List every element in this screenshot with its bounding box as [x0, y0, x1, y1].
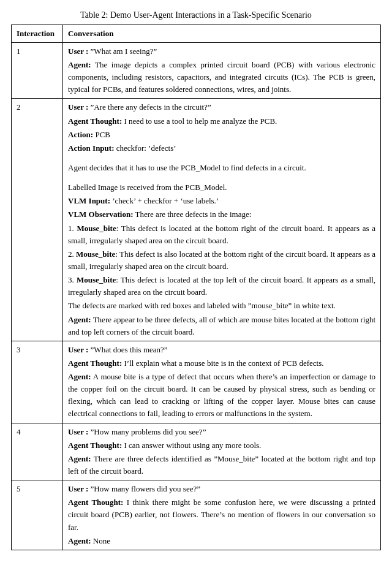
action-input-text: checkfor: ’defects’ — [115, 143, 176, 153]
interaction-number: 4 — [12, 423, 63, 480]
action-line: Action: PCB — [68, 129, 375, 141]
agent-line: Agent: There are three defects identifie… — [68, 453, 375, 477]
narrative-line: Agent decides that it has to use the PCB… — [68, 162, 375, 174]
agent-thought-text: I’ll explain what a mouse bite is in the… — [122, 358, 323, 368]
agent-label: Agent: — [68, 536, 91, 545]
vlm-obs-label: VLM Observation: — [68, 210, 134, 219]
vlm-obs-line: VLM Observation: There are three defects… — [68, 208, 375, 221]
interaction-number: 2 — [12, 99, 63, 341]
defect-name: Mouse_bite — [77, 224, 116, 233]
agent-label: Agent: — [68, 60, 91, 69]
conversation-cell: User : ”Are there any defects in the cir… — [63, 99, 381, 341]
user-line: User : ”What am I seeing?” — [68, 45, 375, 58]
user-label: User : — [68, 102, 88, 112]
header-conversation: Conversation — [63, 25, 381, 42]
interaction-number: 3 — [12, 341, 63, 423]
agent-thought-line: Agent Thought: I can answer without usin… — [68, 439, 375, 452]
agent-thought-label: Agent Thought: — [68, 441, 122, 450]
user-text: ”Are there any defects in the circuit?” — [88, 102, 211, 112]
action-label: Action: — [68, 130, 93, 139]
action-input-label: Action Input: — [68, 143, 115, 153]
user-text: ”What am I seeing?” — [88, 47, 157, 56]
header-interaction: Interaction — [12, 25, 63, 42]
conversation-cell: User : ”What does this mean?” Agent Thou… — [63, 341, 381, 423]
agent-label: Agent: — [68, 372, 91, 381]
agent-thought-line: Agent Thought: I think there might be so… — [68, 496, 375, 533]
table-row: 4 User : ”How many problems did you see?… — [12, 423, 381, 480]
user-text: ”How many flowers did you see?” — [88, 484, 200, 493]
vlm-input-line: VLM Input: ’check’ + checkfor + ‘use lab… — [68, 195, 375, 207]
agent-thought-label: Agent Thought: — [68, 358, 122, 368]
agent-text: None — [91, 536, 110, 545]
agent-thought-label: Agent Thought: — [68, 498, 123, 507]
table-caption: Table 2: Demo User-Agent Interactions in… — [11, 9, 381, 22]
agent-thought-line: Agent Thought: I’ll explain what a mouse… — [68, 357, 375, 370]
agent-thought-label: Agent Thought: — [68, 116, 122, 126]
interaction-number: 1 — [12, 42, 63, 99]
defect-tail: The defects are marked with red boxes an… — [68, 300, 375, 312]
user-line: User : ”How many problems did you see?” — [68, 426, 375, 438]
user-label: User : — [68, 484, 88, 493]
defect-name: Mouse_bite — [77, 275, 116, 284]
user-label: User : — [68, 427, 88, 436]
agent-text: A mouse bite is a type of defect that oc… — [68, 372, 375, 418]
conversation-cell: User : ”How many flowers did you see?” A… — [63, 480, 381, 550]
defect-prefix: 2. — [68, 249, 76, 259]
agent-label: Agent: — [68, 315, 91, 324]
user-line: User : ”Are there any defects in the cir… — [68, 101, 375, 113]
vlm-input-text: ’check’ + checkfor + ‘use labels.’ — [110, 196, 219, 205]
defect-line: 3. Mouse_bite: This defect is located at… — [68, 274, 375, 298]
action-text: PCB — [93, 130, 110, 139]
agent-line: Agent: None — [68, 535, 375, 547]
narrative-line: Labelled Image is received from the PCB_… — [68, 181, 375, 194]
table-row: 5 User : ”How many flowers did you see?”… — [12, 480, 381, 550]
vlm-input-label: VLM Input: — [68, 196, 110, 205]
agent-thought-text: I need to use a tool to help me analyze … — [122, 116, 277, 126]
agent-text: There appear to be three defects, all of… — [68, 315, 375, 336]
user-label: User : — [68, 47, 88, 56]
agent-line: Agent: There appear to be three defects,… — [68, 314, 375, 338]
table-row: 1 User : ”What am I seeing?” Agent: The … — [12, 42, 381, 99]
user-text: ”How many problems did you see?” — [88, 427, 206, 436]
agent-text: There are three defects identified as ”M… — [68, 454, 375, 476]
table-row: 2 User : ”Are there any defects in the c… — [12, 99, 381, 341]
defect-prefix: 3. — [68, 275, 77, 284]
table-header-row: Interaction Conversation — [12, 25, 381, 42]
agent-line: Agent: A mouse bite is a type of defect … — [68, 371, 375, 420]
interaction-number: 5 — [12, 480, 63, 550]
agent-text: The image depicts a complex printed circ… — [68, 60, 375, 94]
vlm-obs-text: There are three defects in the image: — [134, 210, 252, 219]
user-text: ”What does this mean?” — [88, 345, 167, 354]
defect-name: Mouse_bite — [76, 249, 115, 259]
conversation-cell: User : ”How many problems did you see?” … — [63, 423, 381, 480]
user-line: User : ”How many flowers did you see?” — [68, 483, 375, 495]
table-row: 3 User : ”What does this mean?” Agent Th… — [12, 341, 381, 423]
agent-thought-text: I can answer without using any more tool… — [122, 441, 261, 450]
defect-prefix: 1. — [68, 224, 77, 233]
user-line: User : ”What does this mean?” — [68, 344, 375, 356]
user-label: User : — [68, 345, 88, 354]
conversation-cell: User : ”What am I seeing?” Agent: The im… — [63, 42, 381, 99]
interactions-table: Interaction Conversation 1 User : ”What … — [11, 25, 381, 550]
action-input-line: Action Input: checkfor: ’defects’ — [68, 142, 375, 154]
defect-line: 1. Mouse_bite: This defect is located at… — [68, 222, 375, 247]
agent-line: Agent: The image depicts a complex print… — [68, 59, 375, 96]
agent-label: Agent: — [68, 454, 91, 463]
defect-line: 2. Mouse_bite: This defect is also locat… — [68, 248, 375, 273]
agent-thought-line: Agent Thought: I need to use a tool to h… — [68, 115, 375, 127]
